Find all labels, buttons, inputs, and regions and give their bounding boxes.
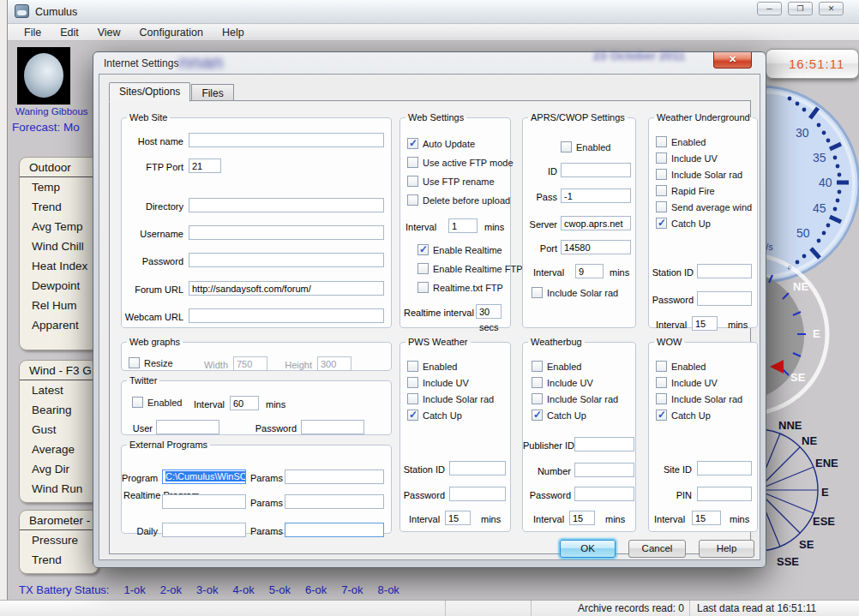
sidebar-item-avg-temp[interactable]: Avg Temp	[20, 217, 98, 236]
wbug-interval-input[interactable]	[569, 511, 595, 525]
sidebar-item-dewpoint[interactable]: Dewpoint	[20, 276, 98, 296]
checkbox-wow-catch-up[interactable]: Catch Up	[656, 410, 711, 421]
checkbox-box[interactable]	[407, 393, 418, 404]
checkbox-auto-update[interactable]: Auto Update	[407, 138, 475, 149]
daily-input[interactable]	[162, 523, 246, 537]
checkbox-pws-uv[interactable]: Include UV	[407, 377, 469, 388]
checkbox-box[interactable]	[407, 377, 418, 388]
sidebar-item-wind-run[interactable]: Wind Run	[20, 479, 98, 499]
ok-button[interactable]: OK	[560, 540, 616, 558]
checkbox-box[interactable]	[656, 361, 667, 372]
sidebar-item-bearing[interactable]: Bearing	[20, 400, 98, 420]
graph-height-input[interactable]	[317, 356, 351, 371]
checkbox-box[interactable]	[132, 397, 143, 408]
sidebar-item-rel-hum[interactable]: Rel Hum	[20, 296, 98, 315]
wbug-number-input[interactable]	[574, 463, 634, 477]
aprs-id-input[interactable]	[561, 163, 631, 177]
daily-params-input[interactable]	[285, 523, 384, 537]
checkbox-wbug-enabled[interactable]: Enabled	[532, 361, 581, 372]
checkbox-box[interactable]	[532, 377, 543, 388]
checkbox-box[interactable]	[129, 357, 140, 368]
help-button[interactable]: Help	[699, 540, 754, 558]
checkbox-pws-enabled[interactable]: Enabled	[407, 361, 457, 372]
forum-url-input[interactable]	[189, 281, 384, 296]
checkbox-box[interactable]	[561, 141, 572, 153]
checkbox-box[interactable]	[532, 287, 543, 298]
sidebar-item-temp[interactable]: Temp	[20, 177, 98, 197]
sidebar-item-baro-trend[interactable]: Trend	[20, 550, 98, 570]
sidebar-item-apparent[interactable]: Apparent	[20, 315, 98, 335]
wow-interval-input[interactable]	[692, 511, 721, 525]
wu-interval-input[interactable]	[692, 316, 718, 331]
checkbox-wbug-uv[interactable]: Include UV	[532, 377, 593, 388]
realtime-program-input[interactable]	[162, 494, 246, 509]
host-name-input[interactable]	[189, 133, 384, 147]
cancel-button[interactable]: Cancel	[628, 540, 686, 558]
checkbox-twitter-enabled[interactable]: Enabled	[132, 397, 182, 408]
password-input[interactable]	[189, 253, 384, 267]
checkbox-box[interactable]	[656, 169, 667, 180]
checkbox-box[interactable]	[656, 410, 667, 421]
checkbox-pws-solar[interactable]: Include Solar rad	[407, 393, 494, 404]
twitter-password-input[interactable]	[301, 420, 364, 434]
menu-file[interactable]: File	[15, 27, 51, 39]
realtime-interval-input[interactable]	[476, 304, 502, 319]
web-interval-input[interactable]	[448, 218, 478, 233]
checkbox-wu-catch-up[interactable]: Catch Up	[656, 218, 711, 229]
checkbox-box[interactable]	[656, 377, 667, 388]
sidebar-item-heat-index[interactable]: Heat Index	[20, 256, 98, 276]
sidebar-item-latest[interactable]: Latest	[20, 380, 98, 400]
directory-input[interactable]	[189, 198, 384, 212]
checkbox-wbug-solar[interactable]: Include Solar rad	[532, 393, 618, 404]
minimize-button-icon[interactable]: ─	[757, 2, 782, 15]
sidebar-item-avg-dir[interactable]: Avg Dir	[20, 459, 98, 479]
checkbox-box[interactable]	[407, 138, 418, 149]
tab-files[interactable]: Files	[191, 84, 233, 101]
title-bar[interactable]: Cumulus ─ ❐ ✕	[8, 0, 859, 24]
checkbox-wow-solar[interactable]: Include Solar rad	[656, 393, 742, 404]
twitter-interval-input[interactable]	[230, 396, 259, 410]
checkbox-box[interactable]	[532, 393, 543, 404]
checkbox-box[interactable]	[532, 361, 543, 372]
checkbox-realtime-txt-ftp[interactable]: Realtime.txt FTP	[417, 282, 503, 293]
pws-station-id-input[interactable]	[449, 461, 506, 475]
checkbox-enable-realtime-ftp[interactable]: Enable Realtime FTP	[417, 263, 523, 274]
menu-configuration[interactable]: Configuration	[130, 27, 213, 39]
menu-help[interactable]: Help	[213, 27, 254, 39]
checkbox-aprs-enabled[interactable]: Enabled	[561, 141, 610, 153]
checkbox-delete-before-upload[interactable]: Delete before upload	[407, 194, 510, 206]
menu-view[interactable]: View	[88, 27, 130, 39]
wbug-publisher-id-input[interactable]	[574, 437, 634, 452]
program-params-input[interactable]	[285, 469, 384, 484]
menu-edit[interactable]: Edit	[51, 27, 88, 39]
checkbox-box[interactable]	[656, 136, 667, 147]
checkbox-box[interactable]	[656, 185, 667, 196]
checkbox-box[interactable]	[532, 410, 543, 421]
username-input[interactable]	[189, 225, 384, 240]
checkbox-wu-rapid-fire[interactable]: Rapid Fire	[656, 185, 715, 196]
wow-site-id-input[interactable]	[697, 461, 752, 475]
checkbox-resize[interactable]: Resize	[129, 357, 173, 368]
wbug-password-input[interactable]	[574, 487, 634, 501]
pws-interval-input[interactable]	[445, 511, 471, 525]
checkbox-wow-uv[interactable]: Include UV	[656, 377, 718, 388]
twitter-user-input[interactable]	[156, 420, 219, 434]
aprs-port-input[interactable]	[561, 240, 631, 254]
checkbox-wu-avg-wind[interactable]: Send average wind	[656, 201, 752, 212]
checkbox-wu-enabled[interactable]: Enabled	[656, 136, 706, 147]
checkbox-box[interactable]	[407, 361, 418, 372]
sidebar-item-average[interactable]: Average	[20, 440, 98, 459]
sidebar-item-pressure[interactable]: Pressure	[20, 530, 98, 550]
checkbox-aprs-solar[interactable]: Include Solar rad	[532, 287, 618, 298]
graph-width-input[interactable]	[233, 356, 267, 371]
dialog-close-icon[interactable]: ✕	[713, 52, 752, 69]
checkbox-box[interactable]	[656, 218, 667, 229]
checkbox-box[interactable]	[407, 194, 418, 206]
program-input[interactable]: C:\Cumulus\WinSCP	[162, 469, 246, 484]
aprs-server-input[interactable]	[561, 216, 631, 230]
realtime-params-input[interactable]	[285, 494, 384, 509]
restore-button-icon[interactable]: ❐	[788, 2, 813, 15]
checkbox-box[interactable]	[417, 244, 429, 255]
checkbox-wu-uv[interactable]: Include UV	[656, 153, 718, 164]
checkbox-active-ftp[interactable]: Use active FTP mode	[407, 157, 514, 168]
